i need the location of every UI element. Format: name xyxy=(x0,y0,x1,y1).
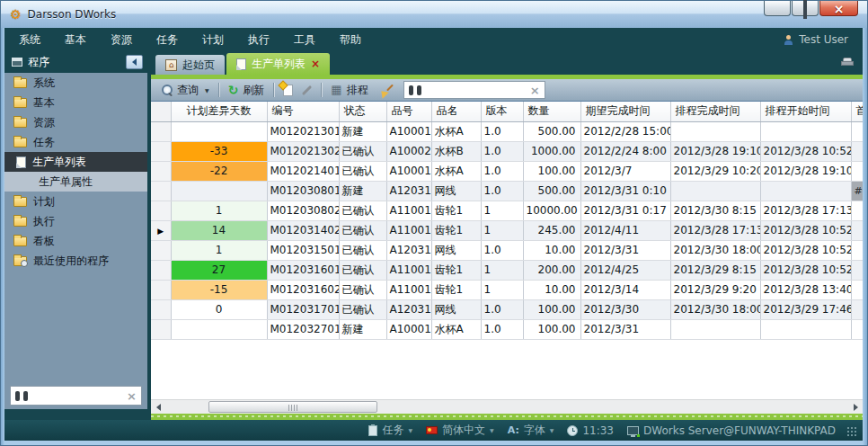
folder-icon xyxy=(13,118,27,128)
cell-flag xyxy=(851,280,863,299)
cell-item-name: 齿轮1 xyxy=(431,280,481,299)
status-task-menu[interactable]: 任务 xyxy=(368,423,412,438)
cell-item-name: 齿轮1 xyxy=(431,260,481,280)
menu-item-工具[interactable]: 工具 xyxy=(294,32,315,48)
cell-status: 新建 xyxy=(339,121,386,141)
cell-item-no: A10002 xyxy=(386,141,431,161)
column-header-编号[interactable]: 编号 xyxy=(267,102,339,121)
cell-item-no: A12031 xyxy=(386,299,431,319)
folder-icon xyxy=(13,98,27,108)
column-header-数量[interactable]: 数量 xyxy=(523,102,580,121)
column-header-首[interactable]: 首 xyxy=(851,102,863,121)
scroll-right-arrow[interactable] xyxy=(848,400,863,414)
toolbar-search-input[interactable] xyxy=(425,84,527,96)
cell-sched-start xyxy=(760,319,851,339)
column-header-排程开始时间[interactable]: 排程开始时间 xyxy=(760,102,851,121)
cell-code: M012031701 xyxy=(267,299,339,319)
cell-plan-diff-days: 14 xyxy=(171,220,267,240)
column-header-排程完成时间[interactable]: 排程完成时间 xyxy=(670,102,760,121)
row-selector-cell xyxy=(151,181,171,201)
menu-item-基本[interactable]: 基本 xyxy=(65,32,86,48)
column-header-品名[interactable]: 品名 xyxy=(431,102,481,121)
table-row[interactable]: -15M012031602已确认A11001齿轮1110.002012/3/14… xyxy=(151,280,863,299)
clear-schedule-button[interactable] xyxy=(373,82,396,99)
table-row[interactable]: 27M012031601已确认A11001齿轮11200.002012/4/25… xyxy=(151,260,863,280)
row-selector-cell xyxy=(151,220,171,240)
row-selector-cell xyxy=(151,240,171,260)
close-tab-icon[interactable] xyxy=(311,58,320,69)
sidebar-item-系统[interactable]: 系统 xyxy=(4,73,147,93)
tab-起始页[interactable]: 起始页 xyxy=(155,55,225,75)
sidebar-item-label: 资源 xyxy=(33,115,55,130)
cell-flag xyxy=(851,299,863,319)
cell-item-no: A11001 xyxy=(386,260,431,280)
user-icon xyxy=(784,35,793,45)
sidebar-collapse-button[interactable] xyxy=(126,55,143,69)
refresh-button[interactable]: 刷新 xyxy=(224,81,270,100)
sidebar-item-任务[interactable]: 任务 xyxy=(4,132,147,152)
column-header-状态[interactable]: 状态 xyxy=(339,102,386,121)
menu-item-计划[interactable]: 计划 xyxy=(202,32,224,48)
user-box[interactable]: Test User xyxy=(784,33,848,46)
menu-item-帮助[interactable]: 帮助 xyxy=(340,32,361,48)
menu-item-系统[interactable]: 系统 xyxy=(19,32,40,48)
column-header-期望完成时间[interactable]: 期望完成时间 xyxy=(580,102,670,121)
scroll-left-arrow[interactable] xyxy=(151,400,165,414)
chevron-down-icon xyxy=(490,427,494,433)
menu-item-任务[interactable]: 任务 xyxy=(156,32,178,48)
edit-button[interactable] xyxy=(297,83,316,98)
maximize-button[interactable] xyxy=(792,1,819,16)
sidebar-item-看板[interactable]: 看板 xyxy=(4,231,147,251)
table-row[interactable]: 0M012031701已确认A12031网线1.0100.002012/3/30… xyxy=(151,299,863,319)
column-header-品号[interactable]: 品号 xyxy=(386,102,431,121)
cell-plan-diff-days: 0 xyxy=(171,299,267,319)
schedule-button[interactable]: 排程 xyxy=(326,81,372,100)
table-row[interactable]: 1M012030802已确认A11001齿轮1110000.002012/3/3… xyxy=(151,201,863,220)
sidebar-item-资源[interactable]: 资源 xyxy=(4,112,147,132)
row-selector-cell xyxy=(151,260,171,280)
cell-sched-finish: 2012/3/29 8:15 xyxy=(670,260,760,280)
table-row[interactable]: M012030801新建A12031网线1.0500.002012/3/31 0… xyxy=(151,181,863,201)
close-button[interactable] xyxy=(819,1,858,16)
sidebar-item-基本[interactable]: 基本 xyxy=(4,93,147,112)
minimize-button[interactable] xyxy=(764,1,791,16)
folder-icon xyxy=(13,138,27,147)
column-header-计划差异天数[interactable]: 计划差异天数 xyxy=(171,102,267,121)
status-font-menu[interactable]: 字体 xyxy=(508,423,554,438)
refresh-icon xyxy=(228,84,239,97)
sidebar-item-最近使用的程序[interactable]: 最近使用的程序 xyxy=(4,251,147,271)
pin-icon[interactable] xyxy=(841,58,852,66)
sidebar-search-input[interactable] xyxy=(31,389,123,402)
query-button[interactable]: 查询 xyxy=(157,81,214,100)
cell-sched-finish xyxy=(670,319,760,339)
sidebar-item-生产单列表[interactable]: 生产单列表 xyxy=(4,152,147,172)
cell-status: 已确认 xyxy=(339,201,386,220)
sidebar-search-clear-icon[interactable] xyxy=(127,390,137,402)
cell-status: 已确认 xyxy=(339,260,386,280)
cell-flag: # xyxy=(851,181,863,201)
cell-qty: 100.00 xyxy=(523,299,580,319)
resize-grip[interactable] xyxy=(846,426,857,437)
cell-sched-finish: 2012/3/30 8:15 xyxy=(670,201,760,220)
table-row[interactable]: 1M012031501已确认A12031网线1.010.002012/3/312… xyxy=(151,240,863,260)
table-row[interactable]: 14M012031402已确认A11001齿轮11245.002012/4/11… xyxy=(151,220,863,240)
toolbar-search-clear-icon[interactable] xyxy=(530,85,540,96)
sidebar-item-执行[interactable]: 执行 xyxy=(4,211,147,231)
table-row[interactable]: M012021301新建A10001水杯A1.0500.002012/2/28 … xyxy=(151,121,863,141)
search-icon xyxy=(162,85,173,95)
table-row[interactable]: M012032701新建A10001水杯A1.0100.002012/3/31 xyxy=(151,319,863,339)
new-button[interactable] xyxy=(279,83,297,98)
status-language-menu[interactable]: 简体中文 xyxy=(426,423,494,438)
column-header-版本[interactable]: 版本 xyxy=(481,102,523,121)
menu-item-资源[interactable]: 资源 xyxy=(111,32,132,48)
tab-生产单列表[interactable]: 生产单列表 xyxy=(226,53,330,75)
query-label: 查询 xyxy=(177,83,199,98)
sidebar-item-计划[interactable]: 计划 xyxy=(4,192,147,211)
column-header-selector[interactable] xyxy=(151,102,171,121)
table-row[interactable]: -22M012021401已确认A10001水杯A1.0100.002012/3… xyxy=(151,161,863,181)
horizontal-scrollbar[interactable] xyxy=(151,399,863,414)
sidebar-item-生产单属性[interactable]: 生产单属性 xyxy=(4,172,147,192)
scrollbar-thumb[interactable] xyxy=(208,401,377,413)
menu-item-执行[interactable]: 执行 xyxy=(248,32,270,48)
table-row[interactable]: -33M012021302已确认A10002水杯B1.01000.002012/… xyxy=(151,141,863,161)
